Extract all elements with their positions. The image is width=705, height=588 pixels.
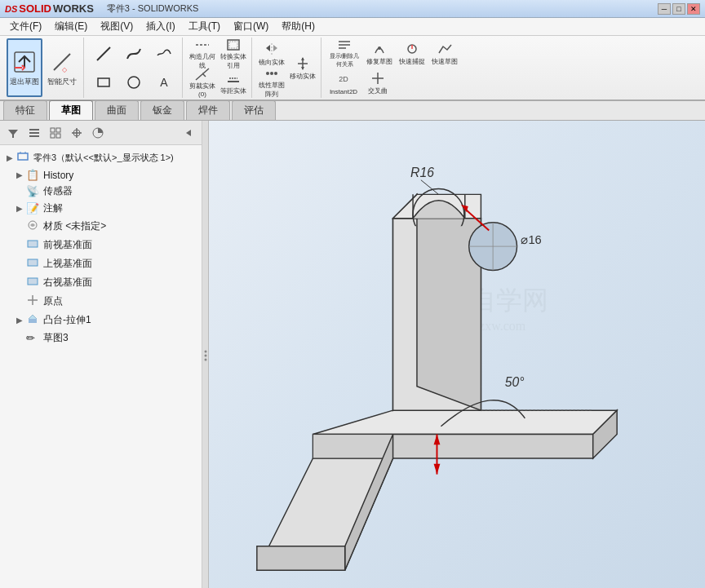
smart-dim-button[interactable]: ◇ 智能尺寸 [44,38,80,97]
circle-button[interactable] [119,69,149,96]
title-bar: DS SOLIDWORKS 零件3 - SOLIDWORKS ─ □ ✕ [0,0,705,18]
svg-rect-38 [28,241,38,247]
sketch3-item[interactable]: ▶ ✏ 草图3 [0,329,202,347]
main-content: ▶ 零件3（默认<<默认>_显示状态 1>) ▶ 📋 History ▶ 📡 传… [0,121,705,588]
move-button[interactable]: 移动实体 [288,54,317,82]
material-label: 材质 <未指定> [43,219,106,233]
tab-钣金[interactable]: 钣金 [140,100,184,120]
toolbar: 退出草图 ◇ 智能尺寸 [0,36,705,101]
tab-焊件[interactable]: 焊件 [186,100,230,120]
tree-root-item[interactable]: ▶ 零件3（默认<<默认>_显示状态 1>) [0,148,202,167]
maximize-button[interactable]: □ [672,3,685,15]
svg-point-10 [266,72,269,75]
filter-button[interactable] [3,123,23,143]
tab-曲面[interactable]: 曲面 [95,100,139,120]
annotation-label: 注解 [43,201,63,215]
offset-label: 等距实体 [220,86,246,95]
svg-rect-8 [229,42,237,48]
history-label: History [43,170,73,181]
works-text: WORKS [53,2,94,15]
svg-point-5 [128,77,140,88]
text-button[interactable]: A [149,69,179,96]
front-plane-item[interactable]: ▶ 前视基准面 [0,236,202,254]
freehand-button[interactable] [149,40,179,68]
rect-button[interactable] [89,69,118,96]
pie-button[interactable] [88,123,108,143]
toolbar-group-right: 显示/删除几何关系 修复草图 快速捕捉 快速草图 2D Instant2D [323,38,486,98]
top-plane-item[interactable]: ▶ 上视基准面 [0,254,202,273]
detail-view-button[interactable] [46,123,65,143]
exit-sketch-button[interactable]: 退出草图 [7,38,42,97]
menu-item-插入(I)[interactable]: 插入(I) [140,18,181,35]
list-view-button[interactable] [24,123,44,143]
expand-panel-button[interactable] [179,123,198,143]
instant2d-icon: 2D [335,70,352,88]
right-plane-item[interactable]: ▶ 右视基准面 [0,273,202,292]
panel-resize-handle[interactable] [202,121,209,588]
panel-toolbar [0,121,202,145]
svg-marker-14 [301,67,304,70]
origin-icon [26,294,41,309]
offset-icon [224,69,242,86]
menu-item-窗口(W)[interactable]: 窗口(W) [227,18,275,35]
menu-item-编辑(E)[interactable]: 编辑(E) [48,18,94,35]
trim-button[interactable]: 剪裁实体(0) [188,69,217,96]
sensor-item[interactable]: ▶ 📡 传感器 [0,183,202,200]
viewport-canvas[interactable]: 软件自学网 www.rjzxw.com [209,121,705,588]
menu-item-文件(F)[interactable]: 文件(F) [3,18,48,35]
crosshair-button[interactable] [67,123,86,143]
extrude1-item[interactable]: ▶ 凸台-拉伸1 [0,311,202,329]
origin-item[interactable]: ▶ 原点 [0,292,202,311]
instant2d-button[interactable]: 2D Instant2D [326,69,361,96]
repair-sketch-button[interactable]: 修复草图 [364,39,395,67]
smart-dim-label: 智能尺寸 [47,77,77,87]
construction-line-button[interactable]: 构造几何线 [188,40,217,68]
close-button[interactable]: ✕ [687,3,700,15]
cross-button[interactable]: 交叉曲 [362,69,393,96]
offset-button[interactable]: 等距实体 [219,69,248,96]
pattern-icon [263,66,281,81]
pattern-button[interactable]: 线性草图阵列 [257,69,286,96]
svg-text:◇: ◇ [62,66,68,73]
line-icon [95,45,113,63]
freehand-icon [155,45,173,63]
cross-icon [369,69,387,86]
svg-rect-43 [29,319,37,323]
tab-特征[interactable]: 特征 [3,100,47,120]
circle-icon [125,73,143,91]
tab-草图[interactable]: 草图 [49,100,93,120]
line-button[interactable] [89,40,118,68]
sensor-label: 传感器 [43,184,73,198]
menu-item-视图(V)[interactable]: 视图(V) [94,18,140,35]
move-col: 移动实体 [288,54,317,82]
extrude1-arrow: ▶ [16,316,26,325]
move-icon [294,55,312,72]
tab-评估[interactable]: 评估 [232,100,276,120]
annotation-item[interactable]: ▶ 📝 注解 [0,200,202,217]
text-icon: A [155,73,173,91]
svg-point-18 [378,46,381,50]
menu-item-工具(T)[interactable]: 工具(T) [182,18,227,35]
left-panel: ▶ 零件3（默认<<默认>_显示状态 1>) ▶ 📋 History ▶ 📡 传… [0,121,202,588]
mirror-button[interactable]: 镜向实体 [257,40,286,68]
draw-row2: A [89,69,179,96]
convert-button[interactable]: 转换实体引用 [219,40,248,68]
repair-icon [370,40,388,57]
convert-label: 转换实体引用 [219,52,247,70]
spline-button[interactable] [119,40,149,68]
svg-text:R16: R16 [410,166,434,179]
smart-dim-icon: ◇ [49,49,75,75]
root-label: 零件3（默认<<默认>_显示状态 1>) [33,152,174,164]
quick-sketch-icon [436,40,454,57]
material-icon [26,219,41,234]
quick-snap-button[interactable]: 快速捕捉 [397,39,428,67]
solid-text: SOLID [19,2,51,15]
history-item[interactable]: ▶ 📋 History [0,167,202,183]
show-relations-button[interactable]: 显示/删除几何关系 [326,39,362,67]
root-icon [16,150,31,166]
material-item[interactable]: ▶ 材质 <未指定> [0,217,202,236]
svg-marker-13 [301,57,304,60]
quick-sketch-button[interactable]: 快速草图 [429,39,460,67]
menu-item-帮助(H)[interactable]: 帮助(H) [275,18,321,35]
minimize-button[interactable]: ─ [658,3,671,15]
